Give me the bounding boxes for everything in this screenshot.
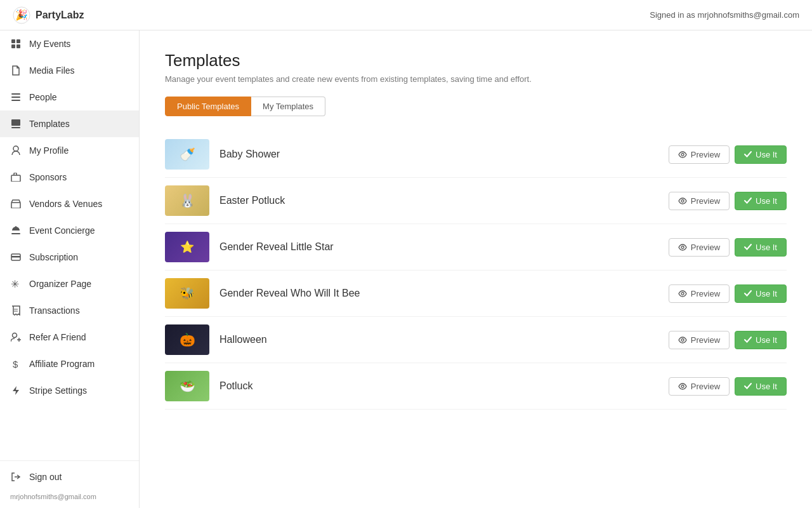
sidebar-item-people[interactable]: People (0, 84, 139, 110)
template-name: Halloween (219, 334, 658, 345)
template-row: Halloween Preview Use It (165, 317, 787, 363)
template-thumbnail-halloween (165, 324, 209, 355)
tab-my-templates[interactable]: My Templates (251, 97, 325, 116)
logo-icon: 🎉 (13, 6, 30, 24)
sidebar-item-label: Organizer Page (29, 279, 129, 289)
svg-point-27 (681, 199, 684, 202)
use-button-potluck[interactable]: Use It (735, 377, 787, 396)
page-subtitle: Manage your event templates and create n… (165, 74, 787, 84)
eye-icon (678, 197, 687, 204)
asterisk-icon: ✳ (10, 278, 22, 290)
store-icon (10, 198, 22, 210)
template-row: Gender Reveal Little Star Preview Use (165, 224, 787, 271)
use-button-halloween[interactable]: Use It (735, 331, 787, 349)
sidebar-item-my-events[interactable]: My Events (0, 30, 139, 57)
sidebar-item-label: Subscription (29, 252, 129, 262)
check-icon (744, 383, 752, 389)
use-button-baby-shower[interactable]: Use It (735, 145, 787, 164)
sidebar-item-label: Sponsors (29, 172, 129, 182)
svg-rect-10 (11, 127, 20, 128)
layout: My Events Media Files People (0, 30, 812, 508)
use-button-gender-reveal-bee[interactable]: Use It (735, 284, 787, 303)
template-thumbnail-baby-shower (165, 139, 209, 170)
sidebar-item-media-files[interactable]: Media Files (0, 57, 139, 84)
eye-icon (678, 290, 687, 297)
preview-button-halloween[interactable]: Preview (669, 331, 730, 349)
layers-icon (10, 118, 22, 130)
svg-rect-13 (11, 203, 20, 208)
sidebar-item-stripe-settings[interactable]: Stripe Settings (0, 377, 139, 404)
template-actions: Preview Use It (669, 238, 787, 257)
template-name: Potluck (219, 380, 658, 392)
briefcase-icon (10, 171, 22, 183)
receipt-icon (10, 305, 22, 316)
svg-point-29 (681, 292, 684, 295)
logo-text: PartyLabz (36, 10, 84, 21)
sidebar-item-vendors-venues[interactable]: Vendors & Venues (0, 190, 139, 217)
sidebar-item-my-profile[interactable]: My Profile (0, 137, 139, 164)
lightning-icon (10, 385, 22, 396)
sidebar-item-organizer-page[interactable]: ✳ Organizer Page (0, 271, 139, 297)
svg-text:✳: ✳ (11, 279, 19, 289)
template-name: Gender Reveal Little Star (219, 241, 658, 253)
preview-button-gender-reveal-bee[interactable]: Preview (669, 284, 730, 303)
svg-point-21 (13, 333, 17, 338)
sidebar-item-sign-out[interactable]: Sign out (0, 464, 139, 490)
sidebar-item-subscription[interactable]: Subscription (0, 244, 139, 271)
sidebar-item-label: Media Files (29, 65, 129, 76)
sidebar-item-refer-friend[interactable]: Refer A Friend (0, 324, 139, 351)
header: 🎉 PartyLabz Signed in as mrjohnofsmiths@… (0, 0, 812, 30)
use-button-easter-potluck[interactable]: Use It (735, 192, 787, 210)
svg-rect-12 (11, 175, 20, 182)
check-icon (744, 290, 752, 297)
sidebar-item-event-concierge[interactable]: Event Concierge (0, 217, 139, 244)
tab-public-templates[interactable]: Public Templates (165, 97, 251, 116)
sidebar-item-affiliate-program[interactable]: $ Affiliate Program (0, 351, 139, 377)
template-row: Easter Potluck Preview Use It (165, 178, 787, 224)
svg-text:$: $ (13, 359, 18, 369)
sign-out-icon (10, 471, 22, 483)
dollar-icon: $ (10, 358, 22, 370)
template-thumbnail-easter-potluck (165, 185, 209, 216)
use-button-gender-reveal-star[interactable]: Use It (735, 238, 787, 257)
svg-rect-4 (11, 44, 15, 48)
file-icon (10, 65, 22, 76)
svg-point-11 (13, 146, 18, 151)
check-icon (744, 197, 752, 204)
sidebar-item-label: My Events (29, 39, 129, 49)
person-plus-icon (10, 331, 22, 343)
sidebar-item-label: Stripe Settings (29, 385, 129, 396)
svg-rect-3 (16, 39, 20, 43)
sidebar-item-label: Refer A Friend (29, 332, 129, 342)
svg-point-30 (681, 338, 684, 341)
template-actions: Preview Use It (669, 331, 787, 349)
svg-point-28 (681, 246, 684, 248)
eye-icon (678, 383, 687, 390)
sidebar-item-label: My Profile (29, 145, 129, 156)
sidebar-item-transactions[interactable]: Transactions (0, 297, 139, 324)
preview-button-easter-potluck[interactable]: Preview (669, 192, 730, 210)
sidebar-item-sponsors[interactable]: Sponsors (0, 164, 139, 190)
tabs: Public Templates My Templates (165, 97, 787, 116)
template-row: Potluck Preview Use It (165, 363, 787, 410)
sidebar-item-label: People (29, 92, 129, 102)
template-name: Easter Potluck (219, 195, 658, 206)
template-actions: Preview Use It (669, 377, 787, 396)
sidebar-item-templates[interactable]: Templates (0, 110, 139, 137)
eye-icon (678, 151, 687, 158)
sidebar-item-label: Vendors & Venues (29, 199, 129, 209)
template-thumbnail-potluck (165, 371, 209, 401)
grid-icon (10, 38, 22, 50)
svg-rect-7 (11, 97, 20, 98)
person-icon (10, 145, 22, 156)
preview-button-potluck[interactable]: Preview (669, 377, 730, 396)
preview-button-gender-reveal-star[interactable]: Preview (669, 238, 730, 257)
check-icon (744, 337, 752, 343)
svg-rect-6 (11, 93, 20, 95)
sidebar-item-label: Templates (29, 119, 129, 129)
card-icon (10, 251, 22, 263)
svg-text:🎉: 🎉 (15, 9, 28, 21)
template-row: Baby Shower Preview Use It (165, 131, 787, 178)
template-row: Gender Reveal Who Will It Bee Preview (165, 271, 787, 317)
preview-button-baby-shower[interactable]: Preview (669, 145, 730, 164)
